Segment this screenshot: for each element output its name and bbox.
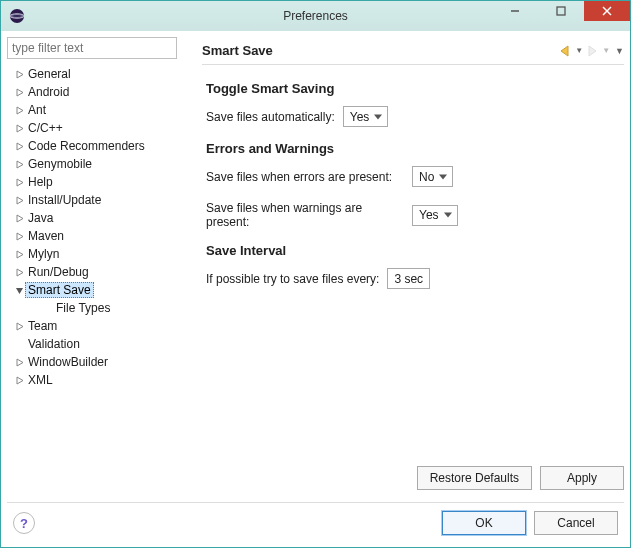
section-heading-interval: Save Interval: [206, 243, 620, 258]
tree-item-install-update[interactable]: Install/Update: [7, 191, 192, 209]
tree-item-validation[interactable]: Validation: [7, 335, 192, 353]
tree-item-android[interactable]: Android: [7, 83, 192, 101]
tree-item-label: Smart Save: [25, 282, 94, 298]
expand-right-icon[interactable]: [13, 214, 25, 223]
restore-defaults-button[interactable]: Restore Defaults: [417, 466, 532, 490]
tree-item-genymobile[interactable]: Genymobile: [7, 155, 192, 173]
tree-item-label: Mylyn: [25, 247, 62, 261]
dialog-button-bar: ? OK Cancel: [7, 502, 624, 541]
expand-right-icon[interactable]: [13, 88, 25, 97]
tree-item-label: Android: [25, 85, 72, 99]
svg-point-0: [10, 9, 24, 23]
tree-item-run-debug[interactable]: Run/Debug: [7, 263, 192, 281]
tree-item-help[interactable]: Help: [7, 173, 192, 191]
preference-tree[interactable]: GeneralAndroidAntC/C++Code RecommendersG…: [7, 63, 192, 496]
errors-select[interactable]: No: [412, 166, 453, 187]
cancel-button[interactable]: Cancel: [534, 511, 618, 535]
tree-item-label: Genymobile: [25, 157, 95, 171]
help-icon[interactable]: ?: [13, 512, 35, 534]
tree-item-java[interactable]: Java: [7, 209, 192, 227]
expand-right-icon[interactable]: [13, 268, 25, 277]
expand-down-icon[interactable]: [13, 286, 25, 295]
forward-button[interactable]: ▼: [586, 45, 610, 57]
warnings-label: Save files when warnings are present:: [206, 201, 404, 229]
expand-right-icon[interactable]: [13, 376, 25, 385]
apply-button[interactable]: Apply: [540, 466, 624, 490]
svg-rect-4: [557, 7, 565, 15]
window-controls: [492, 1, 630, 31]
tree-item-label: Code Recommenders: [25, 139, 148, 153]
tree-item-code-recommenders[interactable]: Code Recommenders: [7, 137, 192, 155]
expand-right-icon[interactable]: [13, 250, 25, 259]
tree-item-team[interactable]: Team: [7, 317, 192, 335]
expand-right-icon[interactable]: [13, 178, 25, 187]
eclipse-icon: [9, 8, 25, 24]
chevron-down-icon: ▼: [615, 46, 624, 56]
tree-item-label: XML: [25, 373, 56, 387]
back-button[interactable]: ▼: [559, 45, 583, 57]
save-auto-select[interactable]: Yes: [343, 106, 389, 127]
tree-item-ant[interactable]: Ant: [7, 101, 192, 119]
warnings-select[interactable]: Yes: [412, 205, 458, 226]
tree-item-label: Java: [25, 211, 56, 225]
expand-right-icon[interactable]: [13, 142, 25, 151]
expand-right-icon[interactable]: [13, 358, 25, 367]
page-menu-button[interactable]: ▼: [613, 46, 624, 56]
ok-button[interactable]: OK: [442, 511, 526, 535]
preference-page: Smart Save ▼ ▼ ▼: [192, 37, 624, 496]
errors-label: Save files when errors are present:: [206, 170, 404, 184]
page-title: Smart Save: [202, 43, 559, 58]
chevron-down-icon: ▼: [602, 46, 610, 55]
expand-right-icon[interactable]: [13, 160, 25, 169]
section-heading-toggle: Toggle Smart Saving: [206, 81, 620, 96]
filter-input[interactable]: [7, 37, 177, 59]
tree-item-label: WindowBuilder: [25, 355, 111, 369]
tree-item-label: Validation: [25, 337, 83, 351]
close-button[interactable]: [584, 1, 630, 21]
maximize-button[interactable]: [538, 1, 584, 21]
tree-item-mylyn[interactable]: Mylyn: [7, 245, 192, 263]
tree-item-label: Install/Update: [25, 193, 104, 207]
tree-item-c-c-[interactable]: C/C++: [7, 119, 192, 137]
tree-item-label: Ant: [25, 103, 49, 117]
tree-item-label: General: [25, 67, 74, 81]
save-auto-label: Save files automatically:: [206, 110, 335, 124]
tree-item-label: Run/Debug: [25, 265, 92, 279]
expand-right-icon[interactable]: [13, 124, 25, 133]
tree-item-windowbuilder[interactable]: WindowBuilder: [7, 353, 192, 371]
interval-label: If possible try to save files every:: [206, 272, 379, 286]
expand-right-icon[interactable]: [13, 70, 25, 79]
chevron-down-icon: ▼: [575, 46, 583, 55]
tree-item-xml[interactable]: XML: [7, 371, 192, 389]
tree-item-maven[interactable]: Maven: [7, 227, 192, 245]
interval-input[interactable]: 3 sec: [387, 268, 430, 289]
tree-item-label: Maven: [25, 229, 67, 243]
tree-item-label: C/C++: [25, 121, 66, 135]
tree-item-label: Help: [25, 175, 56, 189]
sidebar: GeneralAndroidAntC/C++Code RecommendersG…: [7, 37, 192, 496]
expand-right-icon[interactable]: [13, 322, 25, 331]
expand-right-icon[interactable]: [13, 106, 25, 115]
tree-item-label: Team: [25, 319, 60, 333]
tree-item-general[interactable]: General: [7, 65, 192, 83]
tree-item-smart-save[interactable]: Smart Save: [7, 281, 192, 299]
section-heading-errors: Errors and Warnings: [206, 141, 620, 156]
minimize-button[interactable]: [492, 1, 538, 21]
titlebar: Preferences: [1, 1, 630, 31]
expand-right-icon[interactable]: [13, 196, 25, 205]
preferences-window: Preferences GeneralAndroidAntC/C++Code R…: [0, 0, 631, 548]
tree-item-label: File Types: [53, 301, 113, 315]
tree-item-file-types[interactable]: File Types: [7, 299, 192, 317]
expand-right-icon[interactable]: [13, 232, 25, 241]
